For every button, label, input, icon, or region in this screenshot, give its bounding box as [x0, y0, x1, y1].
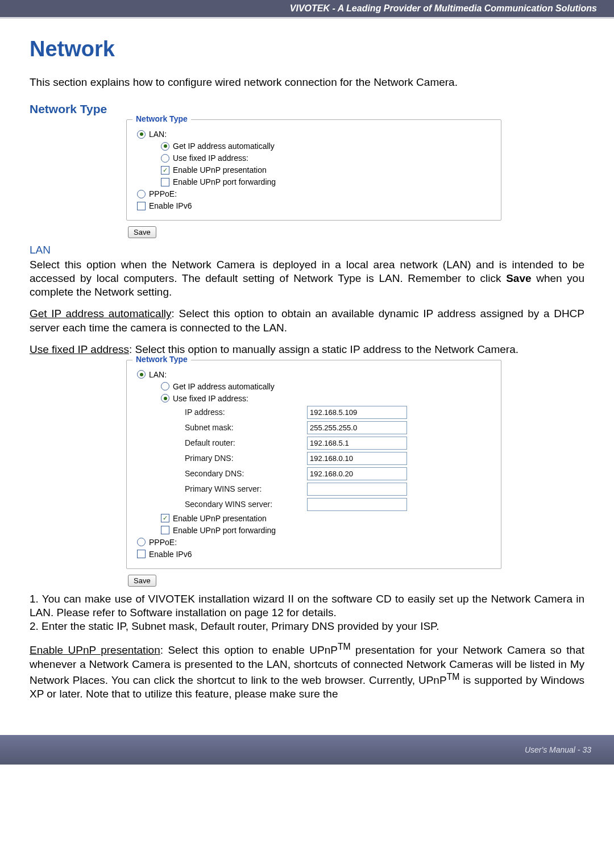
sdns-row: Secondary DNS:	[185, 467, 491, 480]
page-footer: User's Manual - 33	[0, 735, 614, 765]
sdns-input[interactable]	[307, 467, 407, 480]
swins-row: Secondary WINS server:	[185, 498, 491, 511]
ip-address-row: IP address:	[185, 406, 491, 419]
radio-getip-icon	[161, 142, 169, 151]
use-fixed-label-2: Use fixed IP address:	[173, 394, 248, 403]
pppoe-label-2: PPPoE:	[149, 538, 177, 547]
ip-address-label: IP address:	[185, 408, 307, 417]
ipv6-label: Enable IPv6	[149, 201, 192, 210]
note-1: 1. You can make use of VIVOTEK installat…	[30, 592, 584, 620]
fieldset-legend-2: Network Type	[132, 355, 191, 364]
subnet-label: Subnet mask:	[185, 423, 307, 432]
header-banner: VIVOTEK - A Leading Provider of Multimed…	[0, 0, 614, 17]
radio-pppoe-icon	[137, 190, 146, 198]
checkbox-upnp-pres-icon	[161, 166, 169, 175]
lan-para3-u: Use fixed IP address	[30, 343, 129, 355]
radio-getip-icon-2	[161, 382, 169, 391]
upnp-fwd-label-2: Enable UPnP port forwarding	[173, 526, 276, 535]
radio-pppoe-icon-2	[137, 538, 146, 546]
pwins-row: Primary WINS server:	[185, 483, 491, 496]
enable-ipv6-option[interactable]: Enable IPv6	[137, 201, 491, 210]
network-type-panel-1: Network Type LAN: Get IP address automat…	[126, 119, 501, 238]
header-divider	[0, 17, 614, 26]
lan-para2-u: Get IP address automatically	[30, 308, 172, 319]
lan-para3-rest: : Select this option to manually assign …	[129, 343, 518, 355]
upnp-fwd-label: Enable UPnP port forwarding	[173, 177, 276, 186]
lan-para3: Use fixed IP address: Select this option…	[30, 343, 584, 356]
page-content: Network This section explains how to con…	[0, 26, 614, 735]
lan-option[interactable]: LAN:	[137, 130, 491, 139]
pdns-row: Primary DNS:	[185, 452, 491, 465]
upnp-pres-label: Enable UPnP presentation	[173, 165, 267, 175]
pwins-label: Primary WINS server:	[185, 484, 307, 493]
router-row: Default router:	[185, 437, 491, 450]
network-type-fieldset-2: Network Type LAN: Get IP address automat…	[126, 360, 501, 569]
lan-para1: Select this option when the Network Came…	[30, 258, 584, 299]
pwins-input[interactable]	[307, 483, 407, 496]
lan-label-2: LAN:	[149, 370, 167, 379]
lan-para2: Get IP address automatically: Select thi…	[30, 307, 584, 334]
checkbox-upnp-fwd-icon-2	[161, 526, 169, 534]
network-type-panel-2: Network Type LAN: Get IP address automat…	[126, 360, 501, 587]
upnp-para-a: : Select this option to enable UPnP	[160, 644, 338, 656]
subhead-lan: LAN	[30, 244, 584, 256]
lan-label: LAN:	[149, 130, 167, 139]
checkbox-ipv6-icon-2	[137, 550, 146, 558]
enable-ipv6-option-2[interactable]: Enable IPv6	[137, 550, 491, 559]
upnp-pres-label-2: Enable UPnP presentation	[173, 514, 267, 523]
checkbox-upnp-fwd-icon	[161, 178, 169, 186]
note-2: 2. Enter the static IP, Subnet mask, Def…	[30, 620, 584, 633]
enable-upnp-pres-option-2[interactable]: Enable UPnP presentation	[161, 514, 491, 523]
pdns-label: Primary DNS:	[185, 454, 307, 463]
enable-upnp-fwd-option-2[interactable]: Enable UPnP port forwarding	[161, 526, 491, 535]
checkbox-ipv6-icon	[137, 202, 146, 210]
footer-text: User's Manual - 33	[525, 745, 591, 754]
tm-1: TM	[338, 642, 351, 651]
subhead-network-type: Network Type	[30, 102, 584, 116]
enable-upnp-pres-option[interactable]: Enable UPnP presentation	[161, 165, 491, 175]
get-ip-auto-label-2: Get IP address automatically	[173, 382, 275, 391]
get-ip-auto-label: Get IP address automatically	[173, 142, 275, 151]
use-fixed-ip-option-2[interactable]: Use fixed IP address:	[161, 394, 491, 403]
router-input[interactable]	[307, 437, 407, 450]
use-fixed-label: Use fixed IP address:	[173, 153, 248, 163]
upnp-para-u: Enable UPnP presentation	[30, 644, 160, 656]
save-button-2[interactable]: Save	[128, 575, 156, 587]
radio-fixedip-icon	[161, 154, 169, 163]
use-fixed-ip-option[interactable]: Use fixed IP address:	[161, 153, 491, 163]
network-type-fieldset: Network Type LAN: Get IP address automat…	[126, 119, 501, 221]
pppoe-label: PPPoE:	[149, 189, 177, 198]
lan-option-2[interactable]: LAN:	[137, 370, 491, 379]
pppoe-option-2[interactable]: PPPoE:	[137, 538, 491, 547]
lan-para1-a: Select this option when the Network Came…	[30, 259, 584, 284]
section-title: Network	[30, 37, 584, 61]
router-label: Default router:	[185, 438, 307, 447]
swins-input[interactable]	[307, 498, 407, 511]
radio-fixedip-icon-2	[161, 394, 169, 402]
get-ip-auto-option[interactable]: Get IP address automatically	[161, 142, 491, 151]
subnet-input[interactable]	[307, 421, 407, 434]
radio-lan-icon	[137, 130, 146, 139]
checkbox-upnp-pres-icon-2	[161, 514, 169, 522]
fieldset-legend: Network Type	[132, 114, 191, 123]
ip-address-input[interactable]	[307, 406, 407, 419]
tm-2: TM	[447, 672, 460, 682]
enable-upnp-fwd-option[interactable]: Enable UPnP port forwarding	[161, 177, 491, 186]
get-ip-auto-option-2[interactable]: Get IP address automatically	[161, 382, 491, 391]
save-button[interactable]: Save	[128, 226, 156, 238]
pppoe-option[interactable]: PPPoE:	[137, 189, 491, 198]
swins-label: Secondary WINS server:	[185, 500, 307, 509]
radio-lan-icon-2	[137, 370, 146, 379]
sdns-label: Secondary DNS:	[185, 469, 307, 478]
subnet-row: Subnet mask:	[185, 421, 491, 434]
intro-text: This section explains how to configure w…	[30, 76, 584, 89]
lan-para1-bold: Save	[506, 272, 531, 284]
ipv6-label-2: Enable IPv6	[149, 550, 192, 559]
pdns-input[interactable]	[307, 452, 407, 465]
upnp-para: Enable UPnP presentation: Select this op…	[30, 641, 584, 701]
